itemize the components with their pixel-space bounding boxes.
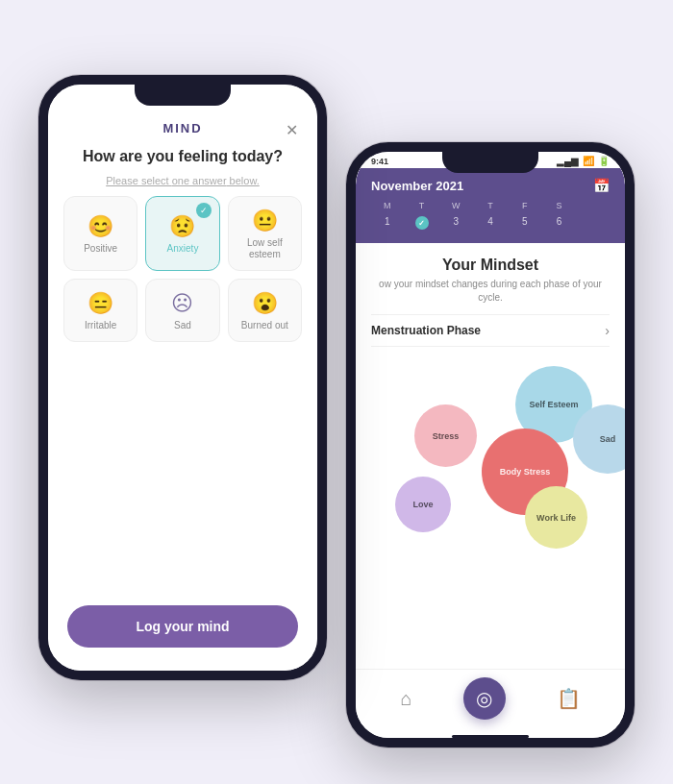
battery-icon: 🔋 bbox=[598, 156, 610, 166]
irritable-icon: 😑 bbox=[87, 291, 113, 316]
home-indicator bbox=[452, 735, 529, 738]
irritable-label: Irritable bbox=[85, 320, 116, 331]
emotion-irritable[interactable]: 😑 Irritable bbox=[63, 279, 137, 342]
cal-day-3[interactable]: 3 bbox=[439, 214, 472, 232]
bottom-nav: ⌂ ◎ 📋 bbox=[356, 669, 625, 731]
phase-row[interactable]: Menstruation Phase › bbox=[371, 314, 610, 347]
selected-day-dot: ✓ bbox=[415, 216, 429, 230]
left-phone: MIND ✕ How are you feeling today? Please… bbox=[38, 75, 327, 680]
right-phone-screen: 9:41 ▂▄▆ 📶 🔋 November 2021 📅 M T W T bbox=[356, 152, 625, 738]
calendar-month: November 2021 bbox=[371, 179, 463, 193]
bubble-love-label: Love bbox=[412, 500, 433, 509]
bubble-body-stress-label: Body Stress bbox=[500, 467, 551, 477]
bubble-self-esteem-label: Self Esteem bbox=[525, 396, 582, 413]
day-header-t1: T bbox=[406, 201, 438, 210]
center-nav-icon: ◎ bbox=[476, 687, 492, 710]
calendar-icon[interactable]: 📅 bbox=[593, 178, 610, 193]
emotions-grid: 😊 Positive ✓ 😟 Anxiety 😐 Low self esteem… bbox=[48, 196, 317, 342]
center-nav-button[interactable]: ◎ bbox=[463, 677, 506, 720]
subtitle-suffix: below. bbox=[227, 175, 260, 186]
wifi-icon: 📶 bbox=[583, 156, 594, 166]
home-nav-icon[interactable]: ⌂ bbox=[400, 688, 411, 710]
anxiety-icon: 😟 bbox=[169, 214, 195, 239]
calendar-section: November 2021 📅 M T W T F S 1 ✓ bbox=[356, 168, 625, 243]
sad-label: Sad bbox=[174, 320, 191, 331]
emotion-burned-out[interactable]: 😮 Burned out bbox=[228, 279, 302, 342]
bubble-work-life: Work Life bbox=[525, 486, 587, 549]
close-button[interactable]: ✕ bbox=[286, 121, 298, 139]
question-text: How are you feeling today? bbox=[63, 139, 302, 171]
mind-header: MIND ✕ bbox=[48, 113, 317, 139]
cal-day-2[interactable]: ✓ bbox=[406, 214, 438, 232]
phase-label: Menstruation Phase bbox=[371, 324, 481, 337]
signal-icon: ▂▄▆ bbox=[557, 156, 579, 166]
log-mind-button[interactable]: Log your mind bbox=[67, 605, 298, 648]
day-header-m: M bbox=[371, 201, 404, 210]
day-header-s2 bbox=[577, 201, 610, 210]
calendar-month-row: November 2021 📅 bbox=[371, 178, 610, 193]
day-header-w: W bbox=[439, 201, 472, 210]
positive-icon: 😊 bbox=[87, 214, 113, 239]
emotion-sad[interactable]: ☹ Sad bbox=[145, 279, 219, 342]
bubble-stress-label: Stress bbox=[433, 431, 460, 441]
positive-label: Positive bbox=[84, 243, 117, 255]
subtitle-link: one answer bbox=[172, 175, 227, 186]
right-phone: 9:41 ▂▄▆ 📶 🔋 November 2021 📅 M T W T bbox=[346, 142, 635, 747]
mindset-subtitle: ow your mindset changes during each phas… bbox=[371, 278, 610, 305]
emotion-anxiety[interactable]: ✓ 😟 Anxiety bbox=[145, 196, 219, 271]
calendar-days-header: M T W T F S bbox=[371, 201, 610, 210]
left-phone-notch bbox=[135, 85, 231, 106]
low-self-esteem-label: Low self esteem bbox=[235, 237, 295, 260]
subtitle-prefix: Please select bbox=[106, 175, 171, 186]
anxiety-check: ✓ bbox=[196, 203, 212, 218]
phase-arrow: › bbox=[605, 323, 610, 338]
cal-day-5[interactable]: 5 bbox=[509, 214, 541, 232]
phones-container: MIND ✕ How are you feeling today? Please… bbox=[19, 27, 654, 757]
status-icons: ▂▄▆ 📶 🔋 bbox=[557, 156, 610, 166]
left-phone-screen: MIND ✕ How are you feeling today? Please… bbox=[48, 85, 317, 671]
emotion-low-self-esteem[interactable]: 😐 Low self esteem bbox=[228, 196, 302, 271]
burned-out-icon: 😮 bbox=[252, 291, 278, 316]
sad-icon: ☹ bbox=[171, 291, 193, 316]
bubble-love: Love bbox=[395, 477, 451, 532]
anxiety-label: Anxiety bbox=[167, 243, 199, 255]
mindset-title: Your Mindset bbox=[371, 257, 610, 274]
day-header-f: F bbox=[509, 201, 541, 210]
right-phone-notch bbox=[442, 152, 538, 173]
bubble-sad-label: Sad bbox=[600, 434, 616, 444]
status-time: 9:41 bbox=[371, 157, 388, 166]
day-header-t2: T bbox=[474, 201, 507, 210]
mind-title: MIND bbox=[162, 121, 202, 135]
bubble-work-life-label: Work Life bbox=[536, 513, 576, 523]
low-self-esteem-icon: 😐 bbox=[252, 208, 278, 233]
calendar-days: 1 ✓ 3 4 5 6 bbox=[371, 214, 610, 232]
day-header-s: S bbox=[543, 201, 576, 210]
emotion-positive[interactable]: 😊 Positive bbox=[63, 196, 137, 271]
cal-day-1[interactable]: 1 bbox=[371, 214, 404, 232]
notes-nav-icon[interactable]: 📋 bbox=[557, 687, 581, 710]
cal-day-4[interactable]: 4 bbox=[474, 214, 507, 232]
burned-out-label: Burned out bbox=[241, 320, 288, 331]
bubble-stress: Stress bbox=[414, 404, 477, 467]
mindset-section: Your Mindset ow your mindset changes dur… bbox=[356, 243, 625, 669]
cal-day-6[interactable]: 6 bbox=[543, 214, 576, 232]
subtitle-text: Please select one answer below. bbox=[87, 171, 279, 196]
bubble-chart: Self Esteem Stress Body Stress Sad bbox=[371, 356, 610, 549]
